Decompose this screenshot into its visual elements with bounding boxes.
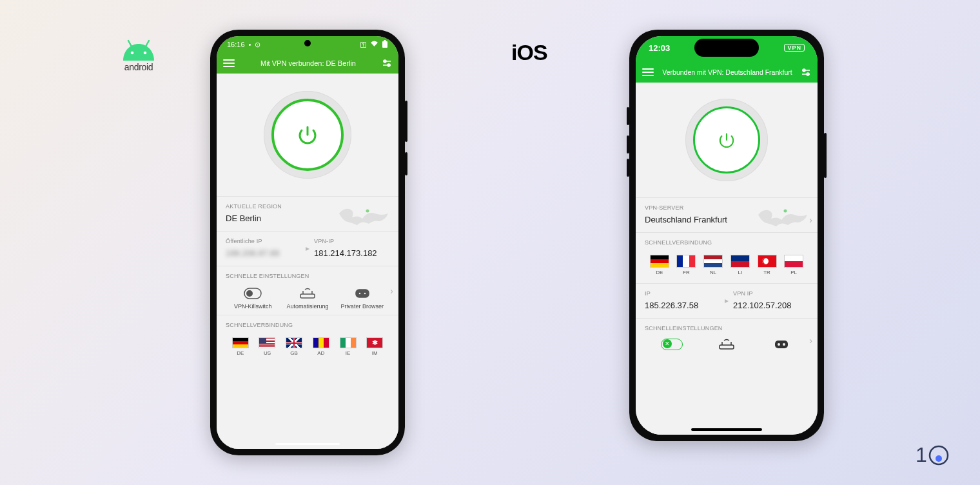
region-section[interactable]: AKTUELLE REGION DE Berlin	[217, 196, 398, 232]
svg-point-18	[803, 69, 805, 72]
svg-rect-8	[384, 40, 386, 41]
flag-tr-icon	[758, 255, 777, 268]
router-icon	[700, 337, 754, 352]
svg-line-3	[146, 41, 149, 46]
automation-label: Automatisierung	[286, 303, 328, 310]
private-browser-button[interactable]	[754, 337, 808, 354]
flag-item-im[interactable]: IM	[361, 337, 388, 356]
world-map-icon	[337, 202, 392, 228]
flag-item-ie[interactable]: IE	[335, 337, 362, 356]
flag-item-ad[interactable]: AD	[308, 337, 335, 356]
vpn-ip-value: 181.214.173.182	[314, 248, 389, 258]
flag-item-nl[interactable]: NL	[700, 255, 727, 275]
vpn-ip-label: VPN IP	[733, 290, 808, 297]
flag-code: IE	[346, 350, 351, 356]
svg-point-10	[387, 64, 390, 66]
mask-icon	[335, 286, 389, 301]
svg-point-9	[384, 60, 386, 63]
vpn-key-icon: ⚿	[360, 41, 367, 48]
flag-code: US	[264, 350, 271, 356]
connect-button[interactable]	[271, 99, 344, 171]
status-alarm-icon: ⊙	[255, 41, 260, 49]
ios-phone: 12:03 VPN Verbunden mit VPN: Deutschland…	[629, 30, 824, 441]
android-phone: 16:16 • ⊙ ⚿ Mit VPN verbunden: DE Berlin	[210, 30, 405, 455]
quick-settings-section: SCHNELLE EINSTELLUNGEN VPN-Killswitch Au…	[217, 266, 398, 315]
ios-flag-row: DEFRNLLITRPL	[645, 250, 808, 275]
flag-item-fr[interactable]: FR	[673, 255, 700, 275]
flag-code: AD	[317, 350, 324, 356]
ip-arrow-icon: ▸	[720, 296, 733, 305]
flag-us-icon	[259, 337, 275, 348]
killswitch-button[interactable]	[645, 337, 699, 354]
mask-icon	[754, 337, 808, 352]
killswitch-icon	[226, 286, 280, 301]
quick-connect-section: SCHNELLVERBINDUNG DEUSGBADIEIM	[217, 315, 398, 364]
android-header-title: Mit VPN verbunden: DE Berlin	[260, 59, 356, 67]
private-browser-button[interactable]: Privater Browser	[335, 286, 389, 310]
flag-item-gb[interactable]: GB	[280, 337, 308, 356]
flag-code: IM	[372, 350, 378, 356]
flag-im-icon	[366, 337, 383, 348]
svg-rect-7	[382, 41, 387, 48]
android-app-header: Mit VPN verbunden: DE Berlin	[217, 53, 398, 74]
flag-item-pl[interactable]: PL	[780, 255, 807, 275]
svg-point-19	[807, 73, 809, 75]
battery-icon	[382, 40, 388, 50]
automation-button[interactable]	[700, 337, 754, 354]
svg-point-6	[936, 455, 942, 462]
automation-button[interactable]: Automatisierung	[280, 286, 335, 310]
flag-code: NL	[710, 270, 716, 275]
svg-point-11	[366, 210, 369, 213]
ip-section: Öffentliche IP 198.206.97.89 ▸ VPN-IP 18…	[217, 231, 398, 266]
quick-connect-section: SCHNELLVERBINDUNG DEFRNLLITRPL	[636, 232, 818, 284]
flag-ad-icon	[313, 337, 329, 348]
flag-li-icon	[730, 255, 750, 268]
svg-point-24	[783, 343, 785, 346]
quick-connect-label: SCHNELLVERBINDUNG	[645, 239, 808, 246]
android-logo: android	[113, 39, 164, 72]
flag-code: DE	[656, 270, 663, 275]
svg-rect-21	[720, 345, 734, 349]
connect-button-ring	[685, 99, 768, 181]
network-settings-icon[interactable]	[382, 59, 392, 68]
router-icon	[280, 286, 335, 301]
ios-label-text: iOS	[511, 40, 547, 65]
ios-home-indicator[interactable]	[691, 428, 762, 431]
svg-point-13	[246, 290, 253, 297]
chevron-right-icon: ›	[809, 215, 812, 225]
server-section[interactable]: VPN-SERVER Deutschland Frankfurt ›	[636, 197, 818, 233]
flag-de-icon	[232, 337, 249, 348]
killswitch-toggle-icon	[645, 337, 699, 352]
flag-code: GB	[290, 350, 298, 356]
flag-gb-icon	[286, 337, 302, 348]
android-flag-row: DEUSGBADIEIM	[226, 332, 389, 356]
svg-point-20	[784, 210, 787, 213]
killswitch-button[interactable]: VPN-Killswitch	[226, 286, 280, 310]
ios-header-title: Verbunden mit VPN: Deutschland Frankfurt	[662, 68, 792, 76]
ip-arrow-icon: ▸	[301, 244, 314, 253]
flag-item-li[interactable]: LI	[727, 255, 754, 275]
status-dot-icon: •	[249, 41, 251, 48]
flag-fr-icon	[676, 255, 696, 268]
ip-value: 185.226.37.58	[645, 301, 720, 310]
ip-label: IP	[645, 290, 720, 297]
flag-item-de[interactable]: DE	[227, 337, 254, 356]
network-settings-icon[interactable]	[801, 68, 811, 77]
flag-code: FR	[683, 270, 690, 275]
flag-item-de[interactable]: DE	[646, 255, 673, 275]
flag-item-us[interactable]: US	[254, 337, 281, 356]
connect-button-ring	[264, 91, 351, 179]
svg-rect-14	[300, 294, 315, 298]
chevron-right-icon[interactable]: ›	[390, 286, 393, 296]
vpn-ip-label: VPN-IP	[314, 238, 389, 244]
connect-button[interactable]	[693, 106, 760, 173]
menu-button[interactable]	[223, 59, 235, 67]
android-home-indicator[interactable]	[275, 443, 340, 445]
chevron-right-icon[interactable]: ›	[809, 335, 812, 346]
brand-mark-icon: 1	[916, 442, 954, 471]
menu-button[interactable]	[642, 68, 654, 76]
svg-point-0	[131, 52, 134, 55]
svg-point-1	[144, 52, 147, 55]
ios-status-time: 12:03	[649, 43, 670, 53]
flag-item-tr[interactable]: TR	[754, 255, 781, 275]
